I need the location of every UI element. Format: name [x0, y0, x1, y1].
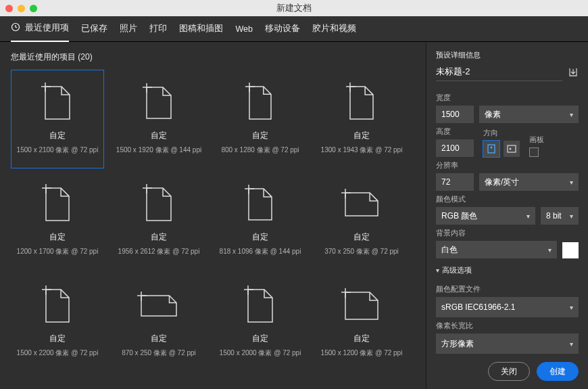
background-select[interactable]: 白色 ▾	[436, 241, 557, 258]
orientation-landscape-button[interactable]	[504, 141, 520, 157]
preset-details: 1500 x 2000 像素 @ 72 ppi	[220, 348, 301, 358]
color-profile-label: 颜色配置文件	[436, 285, 579, 294]
preset-item[interactable]: 自定818 x 1096 像素 @ 144 ppi	[214, 171, 307, 270]
artboard-checkbox[interactable]	[529, 147, 539, 157]
tab-print[interactable]: 打印	[149, 16, 167, 41]
chevron-down-icon: ▾	[570, 340, 573, 348]
preset-grid: 自定1500 x 2100 像素 @ 72 ppi自定1500 x 1920 像…	[11, 70, 419, 389]
preset-item[interactable]: 自定800 x 1280 像素 @ 72 ppi	[214, 70, 307, 168]
chevron-down-icon: ▾	[436, 267, 439, 274]
preset-details: 818 x 1096 像素 @ 144 ppi	[220, 247, 301, 256]
document-icon	[239, 183, 282, 222]
preset-item[interactable]: 自定370 x 250 像素 @ 72 ppi	[315, 171, 408, 270]
preset-name: 自定	[151, 333, 167, 344]
tab-recent[interactable]: 最近使用项	[11, 16, 69, 42]
preset-item[interactable]: 自定1500 x 1200 像素 @ 72 ppi	[315, 273, 408, 371]
tab-art[interactable]: 图稿和插图	[179, 16, 223, 41]
bit-depth-select[interactable]: 8 bit ▾	[541, 207, 579, 225]
pixel-aspect-select[interactable]: 方形像素 ▾	[436, 334, 579, 354]
chevron-down-icon: ▾	[570, 111, 573, 118]
background-color-swatch[interactable]	[562, 242, 579, 258]
document-icon	[340, 183, 383, 222]
chevron-down-icon: ▾	[570, 179, 573, 186]
chevron-down-icon: ▾	[570, 212, 573, 220]
preset-name: 自定	[151, 130, 167, 141]
svg-point-28	[510, 148, 512, 150]
resolution-input[interactable]: 72	[436, 173, 474, 191]
document-icon	[239, 81, 282, 120]
preset-details: 1500 x 2100 像素 @ 72 ppi	[17, 145, 99, 155]
tab-web[interactable]: Web	[235, 18, 252, 41]
tab-label: 最近使用项	[25, 23, 69, 32]
resolution-unit-select[interactable]: 像素/英寸 ▾	[479, 173, 579, 191]
color-mode-select[interactable]: RGB 颜色 ▾	[436, 207, 535, 225]
width-input[interactable]: 1500	[436, 106, 474, 123]
document-icon	[239, 284, 282, 323]
pixel-aspect-value: 方形像素	[441, 338, 474, 350]
preset-details: 1500 x 2200 像素 @ 72 ppi	[17, 348, 99, 358]
height-label: 高度	[436, 127, 474, 137]
preset-item[interactable]: 自定1500 x 2200 像素 @ 72 ppi	[11, 273, 104, 371]
preset-name: 自定	[252, 130, 268, 141]
color-profile-select[interactable]: sRGB IEC61966-2.1 ▾	[436, 297, 579, 317]
recent-header-text: 您最近使用的项目	[11, 52, 76, 62]
recent-header: 您最近使用的项目 (20)	[11, 51, 419, 63]
preset-name: 自定	[49, 231, 66, 243]
bit-depth-value: 8 bit	[546, 211, 562, 221]
preset-name: 自定	[151, 231, 167, 243]
color-mode-value: RGB 颜色	[441, 210, 477, 222]
preset-details: 370 x 250 像素 @ 72 ppi	[324, 247, 399, 256]
tab-film[interactable]: 胶片和视频	[312, 16, 356, 41]
background-label: 背景内容	[436, 229, 579, 238]
clock-icon	[11, 22, 20, 34]
preset-details: 1500 x 1200 像素 @ 72 ppi	[321, 348, 403, 358]
details-title: 预设详细信息	[436, 50, 579, 60]
advanced-options-disclosure[interactable]: ▾ 高级选项	[436, 265, 579, 275]
document-icon	[137, 183, 180, 222]
save-preset-icon[interactable]	[568, 67, 579, 80]
preset-item[interactable]: 自定1500 x 2100 像素 @ 72 ppi	[11, 70, 104, 168]
svg-point-26	[491, 147, 493, 149]
preset-name: 自定	[252, 333, 268, 344]
preset-name: 自定	[353, 130, 370, 141]
width-label: 宽度	[436, 93, 579, 103]
preset-details-panel: 预设详细信息 未标题-2 宽度 1500 像素 ▾ 高度 2100 方向	[426, 42, 588, 389]
color-mode-label: 颜色模式	[436, 195, 579, 204]
preset-details: 870 x 250 像素 @ 72 ppi	[122, 348, 196, 358]
orientation-label: 方向	[483, 129, 520, 138]
preset-item[interactable]: 自定1500 x 2000 像素 @ 72 ppi	[214, 273, 307, 371]
document-icon	[340, 284, 383, 323]
chevron-down-icon: ▾	[548, 246, 552, 254]
resolution-unit-value: 像素/英寸	[485, 177, 519, 188]
preset-item[interactable]: 自定1500 x 1920 像素 @ 144 ppi	[112, 70, 205, 168]
preset-name: 自定	[353, 333, 370, 344]
preset-item[interactable]: 自定1956 x 2612 像素 @ 72 ppi	[112, 171, 205, 270]
preset-details: 1200 x 1700 像素 @ 72 ppi	[17, 247, 99, 256]
document-name-input[interactable]: 未标题-2	[436, 66, 562, 81]
preset-details: 800 x 1280 像素 @ 72 ppi	[221, 145, 299, 155]
preset-item[interactable]: 自定870 x 250 像素 @ 72 ppi	[112, 273, 205, 371]
color-profile-value: sRGB IEC61966-2.1	[441, 302, 515, 312]
preset-details: 1300 x 1943 像素 @ 72 ppi	[321, 145, 403, 155]
tab-saved[interactable]: 已保存	[81, 16, 107, 41]
window-title: 新建文档	[0, 2, 588, 14]
document-icon	[340, 81, 383, 120]
close-button[interactable]: 关闭	[488, 362, 530, 381]
document-icon	[36, 81, 79, 120]
preset-item[interactable]: 自定1200 x 1700 像素 @ 72 ppi	[11, 171, 104, 270]
resolution-label: 分辨率	[436, 161, 579, 170]
orientation-portrait-button[interactable]	[483, 141, 499, 157]
create-button[interactable]: 创建	[537, 362, 579, 381]
preset-details: 1956 x 2612 像素 @ 72 ppi	[118, 247, 200, 256]
tab-photo[interactable]: 照片	[120, 16, 137, 41]
preset-name: 自定	[49, 333, 66, 344]
tab-mobile[interactable]: 移动设备	[265, 16, 300, 41]
background-value: 白色	[441, 244, 458, 256]
chevron-down-icon: ▾	[526, 212, 530, 220]
preset-name: 自定	[252, 231, 268, 243]
height-input[interactable]: 2100	[436, 139, 474, 157]
width-unit-select[interactable]: 像素 ▾	[479, 106, 579, 123]
recent-count: (20)	[78, 52, 92, 62]
width-unit-value: 像素	[485, 109, 501, 120]
preset-item[interactable]: 自定1300 x 1943 像素 @ 72 ppi	[315, 70, 408, 168]
